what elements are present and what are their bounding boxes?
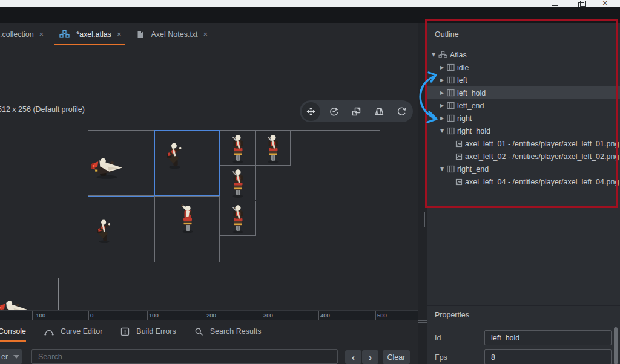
frame-cell-diag-left-selected[interactable] <box>154 130 220 196</box>
curve-editor-icon <box>44 327 54 336</box>
tree-item-label: axel_left_01 - /entities/player/axel_lef… <box>465 140 619 148</box>
tree-item-axel-left-04[interactable]: axel_left_04 - /entities/player/axel_lef… <box>427 175 620 188</box>
tab-axel-notes[interactable]: Axel Notes.txt × <box>128 23 215 45</box>
frame-cell-rear-1[interactable] <box>220 131 256 166</box>
frame-preview-box <box>0 278 59 310</box>
tab-curve-editor[interactable]: Curve Editor <box>35 322 111 341</box>
animation-icon <box>447 63 455 71</box>
chevron-right-icon: › <box>369 352 372 362</box>
profile-label: 512 x 256 (Default profile) <box>0 105 85 114</box>
search-input[interactable] <box>31 349 338 364</box>
image-icon <box>455 178 463 186</box>
chevron-left-icon: ‹ <box>352 352 355 362</box>
file-icon <box>137 30 144 39</box>
caret-down-icon[interactable]: ▼ <box>438 166 446 172</box>
tree-item-left-end[interactable]: ▶ left_end <box>427 99 620 112</box>
caret-right-icon[interactable]: ▶ <box>438 115 446 121</box>
tree-item-label: left_end <box>457 102 484 110</box>
fps-field[interactable] <box>484 349 612 364</box>
atlas-icon <box>59 30 70 39</box>
splitter-grip-icon[interactable] <box>421 212 426 227</box>
maximize-icon[interactable] <box>578 2 584 7</box>
scale-tool-icon[interactable] <box>347 102 366 121</box>
animation-icon <box>447 114 455 122</box>
close-tab-icon[interactable]: × <box>203 30 208 39</box>
frame-cell-rear-2[interactable] <box>256 131 291 166</box>
tab-label: Axel Notes.txt <box>151 30 197 39</box>
frame-cell-front[interactable] <box>154 196 220 262</box>
defold-editor-window: × .collection × *axel.atlas × Axel Notes… <box>0 0 620 364</box>
tab-collection[interactable]: .collection × <box>0 23 51 45</box>
tree-item-axel-left-01[interactable]: axel_left_01 - /entities/player/axel_lef… <box>427 137 620 150</box>
frame-cell-rear-4[interactable] <box>220 201 256 236</box>
fps-field-label: Fps <box>435 353 447 362</box>
caret-right-icon[interactable]: ▶ <box>438 77 446 83</box>
minimize-icon[interactable] <box>552 5 558 6</box>
caret-down-icon[interactable]: ▼ <box>430 52 437 57</box>
menu-bar-strip <box>0 7 620 23</box>
tab-label: *axel.atlas <box>76 30 111 39</box>
frame-cell-lean-left[interactable] <box>88 130 154 196</box>
caret-right-icon[interactable]: ▶ <box>438 65 446 70</box>
tab-search-results[interactable]: Search Results <box>185 322 270 341</box>
ruler-label: 400 <box>320 312 330 319</box>
id-field-label: Id <box>435 334 441 342</box>
panel-splitter[interactable] <box>418 23 427 364</box>
tree-item-axel-left-02[interactable]: axel_left_02 - /entities/player/axel_lef… <box>427 150 620 163</box>
frame-cell-rear-3[interactable] <box>220 166 256 200</box>
image-icon <box>455 153 463 160</box>
tree-item-left-hold[interactable]: ▶ left_hold <box>427 86 620 99</box>
bottom-tab-bar: Console Curve Editor <box>0 322 269 341</box>
tree-item-label: right_hold <box>457 127 490 135</box>
tree-item-idle[interactable]: ▶ idle <box>427 61 620 74</box>
tab-axel-atlas[interactable]: *axel.atlas × <box>51 23 128 45</box>
prev-result-button[interactable]: ‹ <box>345 350 361 364</box>
scrollbar-thumb[interactable] <box>614 327 618 364</box>
console-filter-dropdown[interactable]: er <box>0 349 22 364</box>
animation-icon <box>447 165 455 173</box>
tree-item-label: right_end <box>457 165 489 174</box>
tree-item-label: idle <box>457 63 469 72</box>
scene-canvas[interactable]: 512 x 256 (Default profile) <box>0 45 418 310</box>
ruler-label: 300 <box>263 312 273 319</box>
camera-perspective-icon[interactable] <box>370 102 389 121</box>
tree-item-left[interactable]: ▶ left <box>427 74 620 86</box>
atlas-node-icon <box>438 51 447 59</box>
tree-item-label: left <box>457 76 467 85</box>
horizontal-ruler: -100 0 100 200 300 400 500 <box>0 310 418 320</box>
caret-right-icon[interactable]: ▶ <box>438 90 446 96</box>
close-tab-icon[interactable]: × <box>39 30 44 39</box>
next-result-button[interactable]: › <box>362 350 378 364</box>
properties-panel: Properties Id Fps <box>427 305 620 364</box>
tree-item-atlas[interactable]: ▼ Atlas <box>427 48 620 61</box>
tree-item-label: right <box>457 114 472 123</box>
id-field[interactable] <box>484 330 612 345</box>
tab-label: Build Errors <box>136 327 176 336</box>
tab-label: Search Results <box>210 327 262 336</box>
tab-label: Curve Editor <box>61 327 102 336</box>
tree-item-right[interactable]: ▶ right <box>427 112 620 125</box>
chevron-down-icon <box>13 355 19 359</box>
rotate-tool-icon[interactable] <box>325 102 343 121</box>
bottom-panel: Console Curve Editor <box>0 320 418 364</box>
tree-item-right-end[interactable]: ▼ right_end <box>427 163 620 175</box>
tree-item-label: axel_left_04 - /entities/player/axel_lef… <box>465 178 619 186</box>
close-window-icon[interactable]: × <box>602 0 608 7</box>
animation-icon <box>447 102 455 109</box>
ruler-label: 200 <box>206 312 216 319</box>
ruler-label: -100 <box>34 312 45 319</box>
scene-toolbar <box>300 100 413 122</box>
move-tool-icon[interactable] <box>302 102 320 121</box>
outline-panel-title: Outline <box>435 30 459 39</box>
frame-cell-diag-small-selected[interactable] <box>88 196 154 262</box>
close-tab-icon[interactable]: × <box>117 30 122 39</box>
editor-tab-bar: .collection × *axel.atlas × Axel Notes.t… <box>0 23 418 45</box>
refresh-view-icon[interactable] <box>392 102 411 121</box>
caret-right-icon[interactable]: ▶ <box>438 103 446 108</box>
tab-build-errors[interactable]: Build Errors <box>111 322 184 341</box>
tree-item-right-hold[interactable]: ▼ right_hold <box>427 125 620 137</box>
caret-down-icon[interactable]: ▼ <box>438 128 446 134</box>
clear-button[interactable]: Clear <box>383 350 410 364</box>
animation-icon <box>447 127 455 135</box>
tab-console[interactable]: Console <box>0 322 35 341</box>
